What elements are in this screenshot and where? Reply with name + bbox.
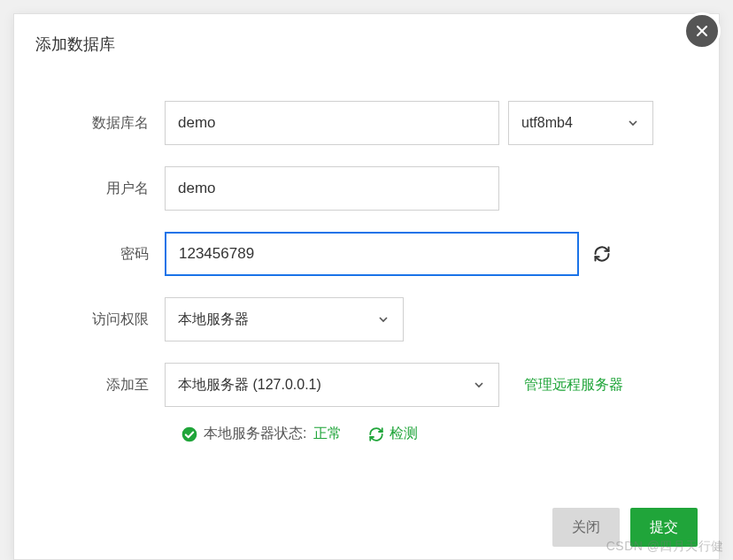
refresh-icon[interactable] — [593, 245, 611, 263]
input-password[interactable] — [165, 232, 579, 276]
select-addto-value: 本地服务器 (127.0.0.1) — [178, 376, 321, 395]
submit-button[interactable]: 提交 — [630, 508, 698, 547]
status-state: 正常 — [313, 425, 342, 443]
chevron-down-icon — [376, 312, 390, 326]
check-icon — [181, 426, 198, 443]
row-username: 用户名 — [50, 166, 683, 211]
row-access: 访问权限 本地服务器 — [50, 297, 683, 341]
select-addto[interactable]: 本地服务器 (127.0.0.1) — [165, 363, 499, 407]
select-charset[interactable]: utf8mb4 — [508, 101, 653, 145]
status-detect-label: 检测 — [390, 425, 418, 443]
input-dbname[interactable] — [165, 101, 499, 145]
label-username: 用户名 — [50, 180, 165, 198]
chevron-down-icon — [472, 378, 486, 392]
form-body: 数据库名 utf8mb4 用户名 密码 — [14, 74, 719, 452]
row-addto: 添加至 本地服务器 (127.0.0.1) 管理远程服务器 — [50, 363, 683, 407]
row-dbname: 数据库名 utf8mb4 — [50, 101, 683, 145]
status-detect-button[interactable]: 检测 — [368, 425, 418, 443]
svg-point-2 — [182, 426, 197, 441]
label-addto: 添加至 — [50, 376, 165, 395]
label-password: 密码 — [50, 245, 165, 264]
manage-remote-link[interactable]: 管理远程服务器 — [524, 376, 623, 395]
chevron-down-icon — [626, 116, 640, 130]
status-label: 本地服务器状态: — [204, 425, 306, 443]
row-password: 密码 — [50, 232, 683, 276]
select-access-value: 本地服务器 — [178, 311, 249, 329]
close-button[interactable]: 关闭 — [552, 508, 620, 547]
status-row: 本地服务器状态: 正常 检测 — [181, 425, 683, 443]
input-username[interactable] — [165, 166, 499, 211]
add-database-dialog: 添加数据库 数据库名 utf8mb4 用户名 密码 — [13, 13, 720, 560]
select-access[interactable]: 本地服务器 — [165, 297, 404, 341]
dialog-footer: 关闭 提交 — [552, 508, 698, 559]
select-charset-value: utf8mb4 — [521, 115, 573, 131]
label-access: 访问权限 — [50, 311, 165, 329]
label-dbname: 数据库名 — [50, 114, 165, 133]
close-icon[interactable] — [683, 12, 721, 50]
dialog-title: 添加数据库 — [14, 14, 719, 74]
